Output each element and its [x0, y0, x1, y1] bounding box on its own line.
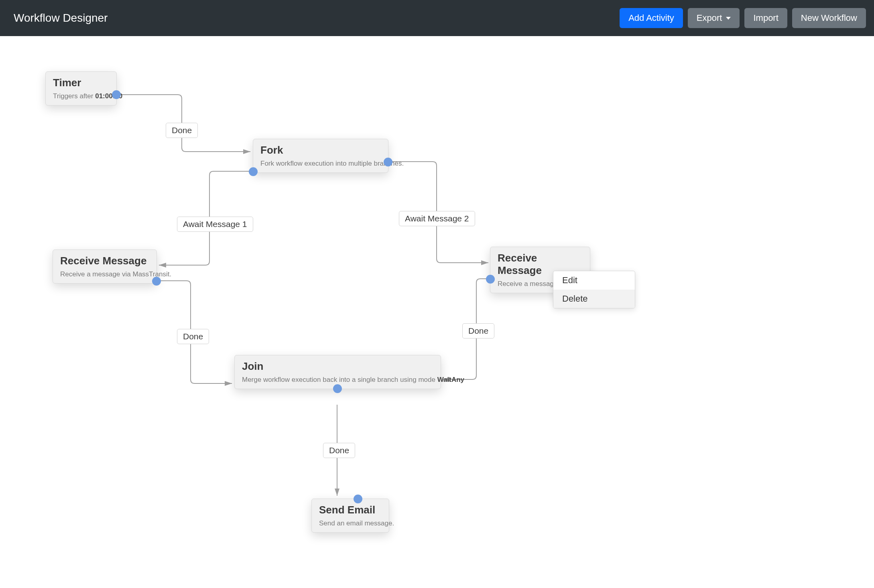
edge-label-await-2[interactable]: Await Message 2: [399, 211, 475, 226]
node-join[interactable]: Join Merge workflow execution back into …: [234, 355, 441, 389]
new-workflow-button[interactable]: New Workflow: [792, 8, 866, 28]
node-title: Fork: [260, 144, 381, 156]
node-title: Join: [242, 360, 433, 373]
header-actions: Add Activity Export Import New Workflow: [620, 8, 866, 28]
app-title: Workflow Designer: [8, 12, 108, 24]
port-out-left[interactable]: [249, 167, 258, 176]
node-desc-text: Triggers after: [53, 92, 95, 100]
workflow-canvas[interactable]: Timer Triggers after 01:00:00 Fork Fork …: [0, 36, 874, 588]
edge-label-await-1[interactable]: Await Message 1: [177, 217, 253, 232]
node-title: Send Email: [319, 504, 382, 516]
node-send-email[interactable]: Send Email Send an email message.: [311, 499, 389, 533]
port-out[interactable]: [152, 277, 161, 286]
add-activity-button[interactable]: Add Activity: [620, 8, 683, 28]
port-out[interactable]: [112, 90, 121, 99]
node-desc: Receive a message via MassTransit.: [60, 270, 149, 278]
node-desc: Triggers after 01:00:00: [53, 92, 109, 100]
node-fork[interactable]: Fork Fork workflow execution into multip…: [253, 139, 388, 173]
port-out-right[interactable]: [384, 158, 392, 166]
edge-label-done[interactable]: Done: [177, 329, 209, 344]
port-out[interactable]: [486, 275, 495, 284]
node-desc: Fork workflow execution into multiple br…: [260, 160, 381, 168]
context-menu-edit[interactable]: Edit: [553, 271, 635, 290]
node-title: Receive Message: [60, 255, 149, 267]
edge-label-done[interactable]: Done: [166, 123, 198, 138]
node-desc-text: Merge workflow execution back into a sin…: [242, 376, 437, 383]
edge-label-done[interactable]: Done: [323, 443, 355, 458]
port-in[interactable]: [354, 495, 362, 503]
export-button[interactable]: Export: [688, 8, 740, 28]
node-title: Timer: [53, 77, 109, 89]
node-timer[interactable]: Timer Triggers after 01:00:00: [45, 71, 117, 105]
import-button[interactable]: Import: [744, 8, 787, 28]
node-desc-value: WaitAny: [437, 376, 464, 383]
node-desc: Merge workflow execution back into a sin…: [242, 376, 433, 384]
port-out[interactable]: [333, 384, 342, 393]
caret-down-icon: [726, 17, 731, 20]
node-desc: Send an email message.: [319, 519, 382, 527]
context-menu-delete[interactable]: Delete: [553, 290, 635, 308]
edge-label-done[interactable]: Done: [462, 323, 494, 339]
export-button-label: Export: [697, 13, 722, 23]
node-receive-message-1[interactable]: Receive Message Receive a message via Ma…: [53, 249, 157, 284]
app-header: Workflow Designer Add Activity Export Im…: [0, 0, 874, 36]
context-menu: Edit Delete: [553, 271, 635, 308]
edges-layer: [0, 36, 874, 588]
